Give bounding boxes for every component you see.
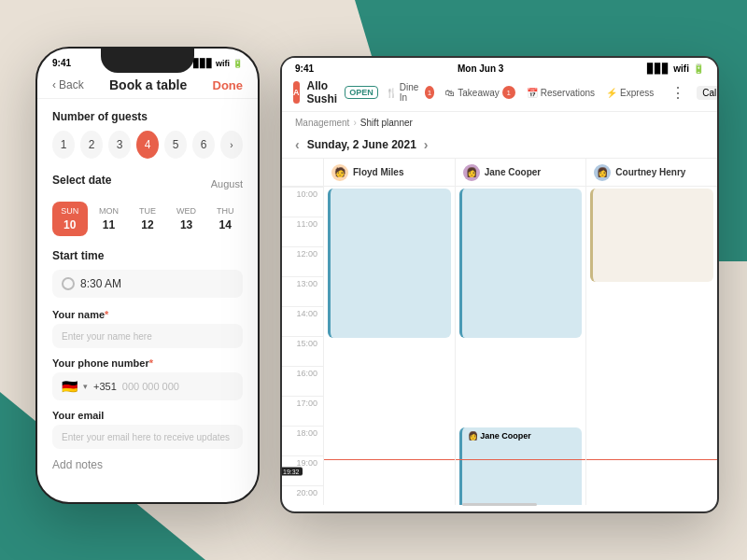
shift-grid: 10:00 11:00 12:00 13:00 14:00 15:00 16:0… [282, 159, 717, 505]
notes-label: Add notes [52, 458, 243, 471]
nav-reservations[interactable]: 📅 Reservations [527, 88, 595, 98]
guest-4[interactable]: 4 [136, 131, 159, 159]
guest-5[interactable]: 5 [164, 131, 187, 159]
phone-group: Your phone number* 🇩🇪 ▾ +351 000 000 000 [52, 357, 243, 400]
back-chevron-icon: ‹ [52, 78, 56, 91]
nav-express[interactable]: ⚡ Express [606, 88, 654, 98]
breadcrumb-arrow-icon: › [353, 118, 356, 128]
staff-header-floyd: 🧑 Floyd Miles [324, 159, 455, 187]
staff-column-floyd: 🧑 Floyd Miles [324, 159, 456, 505]
shift-block-courtney[interactable] [590, 189, 713, 282]
tablet-status-icons: ▊▊▊ wifi 🔋 [647, 63, 704, 74]
back-label: Back [59, 78, 84, 91]
tablet-nav-items: 🍴 Dine In 1 🛍 Takeaway 1 📅 Reservations … [386, 82, 719, 103]
email-label: Your email [52, 410, 243, 421]
shift-slots-floyd [324, 187, 455, 505]
fork-icon: 🍴 [386, 88, 397, 98]
time-slot-19: 19:00 19:32 [282, 455, 323, 485]
avatar-jane: 👩 [463, 164, 480, 181]
shift-slots-courtney [586, 187, 717, 505]
name-input[interactable]: Enter your name here [52, 324, 243, 348]
time-slot-15: 15:00 [282, 336, 323, 366]
date-label: Select date [52, 174, 111, 187]
tablet-status-bar: 9:41 Mon Jun 3 ▊▊▊ wifi 🔋 [282, 58, 717, 79]
phone-header: ‹ Back Book a table Done [37, 72, 258, 99]
time-input[interactable]: 8:30 AM [52, 270, 243, 298]
guests-row: 1 2 3 4 5 6 › [52, 131, 243, 159]
nav-dine-in[interactable]: 🍴 Dine In 1 [386, 82, 435, 103]
guests-label: Number of guests [52, 110, 243, 123]
clock-icon [62, 277, 75, 290]
phone-time: 9:41 [52, 58, 71, 68]
app-name: Allo Sushi [307, 79, 338, 105]
day-num-mon: 11 [93, 218, 125, 231]
phone-placeholder: 000 000 000 [122, 381, 179, 392]
chevron-down-icon: ▾ [83, 382, 88, 391]
flag-icon: 🇩🇪 [62, 379, 78, 394]
day-num-thu: 14 [209, 218, 241, 231]
wifi-icon: wifi [216, 59, 230, 68]
tablet-date-nav: ‹ Sunday, 2 June 2021 › [282, 133, 717, 159]
calendar-icon: 📅 [527, 88, 538, 98]
phone-code: +351 [93, 381, 117, 392]
date-tue[interactable]: TUE 12 [130, 202, 165, 236]
back-button[interactable]: ‹ Back [52, 78, 84, 91]
date-section-header: Select date August [52, 174, 243, 194]
avatar-courtney: 👩 [594, 164, 611, 181]
time-section: Start time 8:30 AM [52, 249, 243, 298]
date-sun[interactable]: SUN 10 [52, 202, 88, 236]
time-column: 10:00 11:00 12:00 13:00 14:00 15:00 16:0… [282, 159, 324, 505]
time-slot-17: 17:00 [282, 396, 323, 426]
cal-button[interactable]: Cal [697, 86, 719, 100]
time-slot-13: 13:00 [282, 276, 323, 306]
time-label: Start time [52, 249, 243, 262]
prev-date-button[interactable]: ‹ [295, 137, 300, 152]
signal-icon: ▊▊▊ [193, 59, 213, 68]
wifi-icon: wifi [673, 63, 689, 74]
phone-status-icons: ▊▊▊ wifi 🔋 [193, 59, 243, 68]
shift-block-floyd[interactable] [328, 189, 451, 338]
more-icon[interactable]: ⋮ [670, 84, 685, 102]
time-slot-16: 16:00 [282, 366, 323, 396]
current-time-line-courtney [586, 459, 717, 460]
avatar-floyd: 🧑 [331, 164, 348, 181]
breadcrumb-management[interactable]: Management [295, 118, 349, 128]
done-button[interactable]: Done [213, 78, 244, 92]
signal-icon: ▊▊▊ [647, 63, 669, 74]
app-logo: A [293, 81, 300, 104]
page-title: Book a table [109, 77, 187, 92]
breadcrumb: Management › Shift planner [282, 112, 717, 133]
guest-2[interactable]: 2 [80, 131, 103, 159]
phone-notch [101, 49, 194, 73]
tablet-time: 9:41 [295, 63, 314, 74]
email-input[interactable]: Enter your email here to receive updates [52, 425, 243, 449]
shift-block-jane2[interactable]: 👩 Jane Cooper [459, 427, 583, 505]
day-name-sun: SUN [54, 206, 86, 216]
staff-name-floyd: Floyd Miles [353, 167, 403, 177]
nav-takeaway[interactable]: 🛍 Takeaway 1 [445, 86, 514, 99]
guest-1[interactable]: 1 [52, 131, 75, 159]
guest-more[interactable]: › [220, 131, 243, 159]
date-wed[interactable]: WED 13 [169, 202, 204, 236]
phone-number-input[interactable]: 🇩🇪 ▾ +351 000 000 000 [52, 372, 243, 400]
next-date-button[interactable]: › [424, 137, 429, 152]
time-slot-20: 20:00 [282, 485, 323, 505]
date-mon[interactable]: MON 11 [92, 202, 127, 236]
guest-3[interactable]: 3 [108, 131, 131, 159]
phone-content: Number of guests 1 2 3 4 5 6 › Select da… [37, 99, 258, 490]
day-num-sun: 10 [54, 218, 86, 231]
date-thu[interactable]: THU 14 [207, 202, 243, 236]
email-group: Your email Enter your email here to rece… [52, 410, 243, 449]
guest-6[interactable]: 6 [192, 131, 215, 159]
name-group: Your name* Enter your name here [52, 309, 243, 348]
shift-block-jane1[interactable] [459, 189, 583, 338]
staff-column-jane: 👩 Jane Cooper 👩 Jane Cooper [456, 159, 587, 505]
name-label: Your name* [52, 309, 243, 320]
current-time-badge: 19:32 [282, 467, 303, 475]
time-slot-14: 14:00 [282, 306, 323, 336]
current-date: Sunday, 2 June 2021 [307, 138, 416, 151]
day-name-wed: WED [171, 206, 203, 216]
current-time-line-jane [456, 459, 586, 460]
bag-icon: 🛍 [445, 88, 455, 98]
shift-slots-jane: 👩 Jane Cooper [456, 187, 586, 505]
